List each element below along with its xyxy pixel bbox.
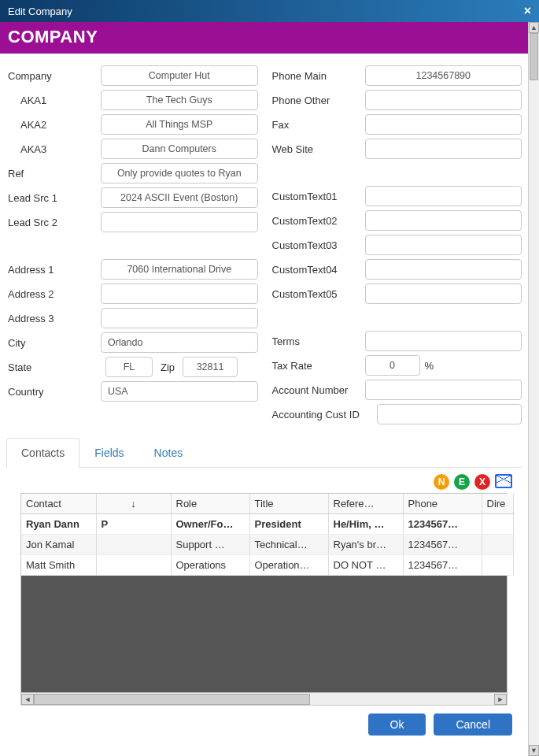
terms-label: Terms: [271, 335, 365, 347]
grid-actions: N E X: [0, 468, 528, 493]
phone-other-input[interactable]: [365, 90, 522, 110]
aka3-input[interactable]: [101, 139, 258, 159]
cell-contact: Ryan Dann: [21, 514, 96, 535]
right-column: Phone Main Phone Other Fax Web Site Cust…: [271, 61, 522, 428]
cell-contact: Matt Smith: [21, 555, 96, 576]
address3-input[interactable]: [101, 308, 258, 328]
col-title[interactable]: Title: [249, 494, 328, 514]
accounting-custid-input[interactable]: [377, 404, 522, 424]
table-row[interactable]: Matt SmithOperationsOperation…DO NOT …12…: [21, 555, 513, 576]
scroll-right-icon[interactable]: ►: [494, 694, 507, 705]
cell-contact: Jon Kamal: [21, 535, 96, 555]
cell-title: Technical…: [249, 535, 328, 555]
col-phone[interactable]: Phone: [403, 494, 482, 514]
ref-input[interactable]: [101, 163, 258, 183]
custom4-label: CustomText04: [271, 264, 365, 276]
cell-p: P: [96, 514, 171, 535]
phone-main-label: Phone Main: [271, 70, 365, 82]
custom1-label: CustomText01: [271, 191, 365, 202]
form-area: Company AKA1 AKA2 AKA3 Ref Lead Src 1 Le…: [0, 54, 528, 428]
address1-label: Address 1: [6, 264, 101, 276]
tab-contacts[interactable]: Contacts: [6, 438, 79, 468]
tab-notes[interactable]: Notes: [139, 438, 198, 467]
state-input[interactable]: [105, 357, 153, 377]
custom2-input[interactable]: [365, 210, 522, 231]
cell-ref: DO NOT …: [328, 555, 403, 576]
col-role[interactable]: Role: [171, 494, 249, 514]
scroll-down-icon[interactable]: ▼: [529, 745, 539, 756]
website-input[interactable]: [365, 139, 522, 159]
taxrate-input[interactable]: [365, 355, 420, 376]
leadsrc2-input[interactable]: [101, 212, 258, 232]
contacts-grid: Contact ↓ Role Title Refere… Phone Dire …: [20, 493, 508, 706]
custom4-input[interactable]: [365, 259, 522, 280]
zip-input[interactable]: [183, 357, 238, 377]
mail-icon[interactable]: [495, 474, 512, 488]
aka2-label: AKA2: [6, 119, 101, 131]
dialog-body: COMPANY Company AKA1 AKA2 AKA3 Ref Lead …: [0, 22, 528, 756]
custom3-label: CustomText03: [271, 239, 365, 251]
address2-label: Address 2: [6, 288, 101, 300]
custom3-input[interactable]: [365, 235, 522, 255]
table-row[interactable]: Ryan DannPOwner/Fo…PresidentHe/Him, …123…: [21, 514, 513, 535]
col-reference[interactable]: Refere…: [328, 494, 403, 514]
cell-role: Owner/Fo…: [171, 514, 249, 535]
ok-button[interactable]: Ok: [368, 713, 426, 736]
col-sort[interactable]: ↓: [96, 494, 171, 514]
cell-direct: [482, 555, 513, 576]
dialog-footer: Ok Cancel: [0, 706, 528, 736]
cell-title: President: [249, 514, 328, 535]
col-direct[interactable]: Dire: [482, 494, 513, 514]
tab-fields[interactable]: Fields: [79, 438, 138, 467]
address1-input[interactable]: [101, 259, 258, 280]
cell-phone: 1234567…: [403, 535, 482, 555]
table-row[interactable]: Jon KamalSupport …Technical…Ryan's br…12…: [21, 535, 513, 555]
window-title: Edit Company: [8, 6, 72, 17]
cancel-button[interactable]: Cancel: [434, 713, 512, 736]
fax-label: Fax: [271, 119, 365, 131]
city-input[interactable]: [101, 332, 258, 353]
scroll-left-icon[interactable]: ◄: [21, 694, 34, 705]
leadsrc1-label: Lead Src 1: [6, 192, 101, 204]
cell-direct: [482, 514, 513, 535]
aka2-input[interactable]: [101, 114, 258, 135]
sort-arrow-icon: ↓: [131, 498, 136, 510]
edit-icon[interactable]: E: [454, 474, 470, 490]
aka1-label: AKA1: [6, 94, 101, 106]
cell-phone: 1234567…: [403, 555, 482, 576]
scroll-track[interactable]: [34, 694, 494, 705]
new-icon[interactable]: N: [434, 474, 449, 490]
phone-main-input[interactable]: [365, 65, 522, 86]
company-input[interactable]: [101, 65, 258, 86]
address2-input[interactable]: [101, 284, 258, 304]
custom5-input[interactable]: [365, 284, 522, 304]
fax-input[interactable]: [365, 114, 522, 135]
phone-other-label: Phone Other: [271, 94, 365, 106]
delete-icon[interactable]: X: [474, 474, 490, 490]
aka1-input[interactable]: [101, 90, 258, 110]
col-contact[interactable]: Contact: [21, 494, 96, 514]
horizontal-scrollbar[interactable]: ◄ ►: [21, 692, 507, 705]
taxrate-unit: %: [425, 360, 434, 372]
cell-role: Operations: [171, 555, 249, 576]
titlebar: Edit Company ×: [0, 0, 539, 22]
custom1-input[interactable]: [365, 186, 522, 206]
leadsrc1-input[interactable]: [101, 187, 258, 208]
cell-title: Operation…: [249, 555, 328, 576]
vertical-scrollbar[interactable]: ▲ ▼: [528, 22, 539, 756]
scroll-up-icon[interactable]: ▲: [529, 22, 539, 33]
city-label: City: [6, 337, 101, 349]
section-header: COMPANY: [0, 22, 528, 54]
cell-p: [96, 535, 171, 555]
cell-ref: He/Him, …: [328, 514, 403, 535]
grid-empty-area: [21, 576, 507, 692]
close-icon[interactable]: ×: [524, 4, 531, 18]
vscroll-thumb[interactable]: [530, 33, 538, 80]
terms-input[interactable]: [365, 331, 522, 351]
scroll-thumb[interactable]: [34, 694, 310, 705]
country-label: Country: [6, 386, 101, 398]
custom2-label: CustomText02: [271, 215, 365, 227]
account-number-input[interactable]: [365, 380, 522, 400]
country-input[interactable]: [101, 381, 258, 402]
taxrate-label: Tax Rate: [271, 360, 365, 372]
